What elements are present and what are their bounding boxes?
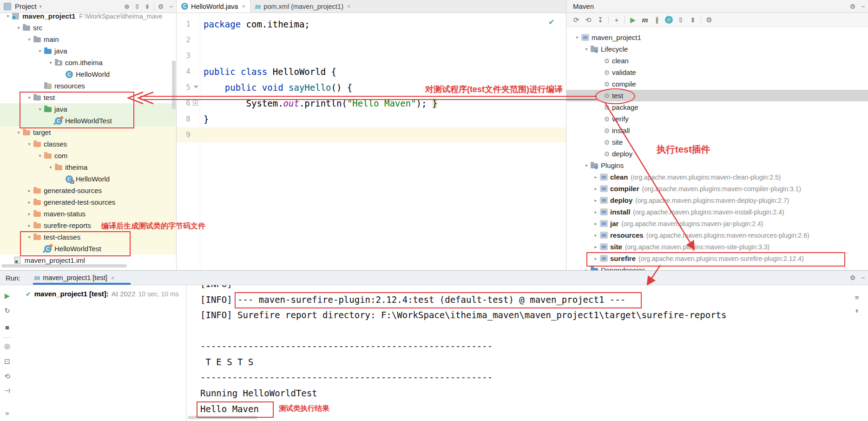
generate-sources-icon[interactable]: ⟲ <box>582 16 594 24</box>
chevron-right-icon[interactable]: ▸ <box>592 209 600 214</box>
maven-goal-package[interactable]: ⚙ package <box>566 101 868 113</box>
tree-item-package-com-itheima[interactable]: ▾ com.itheima <box>0 57 177 68</box>
run-console[interactable]: [INFO] [INFO] --- maven-surefire-plugin:… <box>186 285 868 421</box>
run-result-row[interactable]: ✔ maven_project1 [test]: At 2022 10 sec,… <box>14 288 186 300</box>
chevron-right-icon[interactable]: ▸ <box>592 221 600 226</box>
tree-item-main[interactable]: ▾ main <box>0 33 177 45</box>
chevron-right-icon[interactable]: ▸ <box>592 174 600 180</box>
chevron-right-icon[interactable]: ▸ <box>25 200 33 205</box>
rerun-button[interactable]: ▶ <box>0 292 14 300</box>
more-options-icon[interactable]: » <box>0 409 14 417</box>
chevron-down-icon[interactable]: ▾ <box>25 37 33 42</box>
chevron-right-icon[interactable]: ▸ <box>592 233 600 238</box>
chevron-down-icon[interactable]: ▾ <box>36 48 44 53</box>
tree-item-test-classes[interactable]: ▾ test-classes <box>0 231 177 243</box>
tree-item-generated-sources[interactable]: ▸ generated-sources <box>0 185 177 196</box>
tree-item-classes[interactable]: ▾ classes <box>0 138 177 150</box>
gear-icon[interactable]: ⚙ <box>848 274 858 281</box>
chevron-right-icon[interactable]: ▸ <box>592 244 600 249</box>
expand-all-icon[interactable]: ⇳ <box>675 16 687 24</box>
tree-item-helloworldtest-class[interactable]: C HelloWorldTest <box>0 115 177 127</box>
project-toolwindow-title[interactable]: Project <box>15 2 37 10</box>
console-horizontal-scrollbar[interactable] <box>188 416 257 419</box>
expand-all-icon[interactable]: ⇳ <box>132 3 142 10</box>
gear-icon[interactable]: ⚙ <box>848 3 858 10</box>
chevron-right-icon[interactable]: ▸ <box>592 198 600 203</box>
chevron-down-icon[interactable]: ▾ <box>25 234 33 240</box>
skip-tests-icon[interactable]: ∦ <box>651 16 663 24</box>
chevron-down-icon[interactable]: ▾ <box>39 4 42 9</box>
chevron-down-icon[interactable]: ▾ <box>36 107 44 112</box>
maven-goal-verify[interactable]: ⚙ verify <box>566 113 868 125</box>
maven-goal-install[interactable]: ⚙ install <box>566 125 868 136</box>
maven-plugins-node[interactable]: ▾ ⚙ Plugins <box>566 160 868 171</box>
chevron-down-icon[interactable]: ▾ <box>582 47 591 52</box>
tree-item-itheima[interactable]: ▾ itheima <box>0 161 177 173</box>
maven-plugin-surefire[interactable]: ▸ m surefire (org.apache.maven.plugins:m… <box>566 253 868 264</box>
tab-pom-xml[interactable]: m pom.xml (maven_project1) × <box>250 0 355 13</box>
console-menu-icon[interactable]: ≡ <box>851 291 862 301</box>
folded-code[interactable]: } <box>432 98 437 108</box>
console-scroll-end-icon[interactable]: ⇟ <box>851 304 862 314</box>
tree-item-src[interactable]: ▾ src <box>0 22 177 33</box>
gear-icon[interactable]: ⚙ <box>156 3 166 10</box>
close-icon[interactable]: × <box>242 3 245 10</box>
run-maven-goal-icon[interactable]: ▶ <box>627 16 639 24</box>
hide-panel-icon[interactable]: − <box>858 3 868 10</box>
clear-output-icon[interactable]: ⟲ <box>0 372 14 381</box>
stop-button[interactable]: ■ <box>0 323 14 331</box>
tree-item-test[interactable]: ▾ test <box>0 92 177 103</box>
close-icon[interactable]: × <box>111 274 115 281</box>
maven-plugin-clean[interactable]: ▸ m clean (org.apache.maven.plugins:mave… <box>566 171 868 183</box>
chevron-down-icon[interactable]: ▾ <box>14 130 23 135</box>
add-maven-project-icon[interactable]: + <box>611 16 623 24</box>
download-sources-icon[interactable]: ↧ <box>594 16 606 24</box>
maven-goal-test[interactable]: ⚙ test <box>566 90 868 101</box>
chevron-down-icon[interactable]: ▾ <box>4 13 12 19</box>
chevron-down-icon[interactable]: ▾ <box>46 60 55 65</box>
offline-mode-icon[interactable]: ⚡ <box>665 16 673 24</box>
fold-open-icon[interactable] <box>194 86 198 88</box>
maven-plugin-site[interactable]: ▸ m site (org.apache.maven.plugins:maven… <box>566 241 868 253</box>
tab-helloworld-java[interactable]: C HelloWorld.java × <box>177 0 250 13</box>
hide-panel-icon[interactable]: − <box>166 3 176 10</box>
reimport-maven-icon[interactable]: ⟳ <box>570 16 582 24</box>
screenshot-icon[interactable]: ⊡ <box>0 357 14 366</box>
tree-item-helloworld-class[interactable]: C HelloWorld <box>0 68 177 80</box>
collapse-all-icon[interactable]: ⇟ <box>142 3 152 10</box>
project-horizontal-scrollbar[interactable] <box>1 264 127 267</box>
maven-plugin-jar[interactable]: ▸ m jar (org.apache.maven.plugins:maven-… <box>566 218 868 229</box>
chevron-right-icon[interactable]: ▸ <box>592 186 600 191</box>
maven-goal-deploy[interactable]: ⚙ deploy <box>566 148 868 160</box>
maven-goal-site[interactable]: ⚙ site <box>566 136 868 148</box>
chevron-right-icon[interactable]: ▸ <box>25 188 33 193</box>
import-results-icon[interactable]: ⊣ <box>0 387 14 395</box>
chevron-down-icon[interactable]: ▾ <box>25 141 33 147</box>
chevron-down-icon[interactable]: ▾ <box>36 153 44 158</box>
tree-item-surefire-reports[interactable]: ▸ surefire-reports <box>0 220 177 231</box>
tree-item-test-java[interactable]: ▾ java <box>0 103 177 115</box>
tree-item-resources[interactable]: resources <box>0 80 177 92</box>
tree-item-helloworldtest-compiled[interactable]: C HelloWorldTest <box>0 243 177 254</box>
execute-maven-goal-icon[interactable]: m <box>639 15 651 25</box>
maven-plugin-deploy[interactable]: ▸ m deploy (org.apache.maven.plugins:mav… <box>566 194 868 206</box>
collapse-all-icon[interactable]: ⇟ <box>687 16 699 24</box>
maven-lifecycle-node[interactable]: ▾ ⚙ Lifecycle <box>566 43 868 55</box>
hide-panel-icon[interactable]: − <box>858 274 868 281</box>
chevron-down-icon[interactable]: ▾ <box>582 163 591 168</box>
tree-item-maven-project1[interactable]: ▾ maven_project1 F:\WorkSpace\itheima_ma… <box>0 13 177 22</box>
chevron-down-icon[interactable]: ▾ <box>25 95 33 100</box>
maven-goal-validate[interactable]: ⚙ validate <box>566 67 868 78</box>
project-vertical-scrollbar[interactable] <box>172 60 176 109</box>
maven-goal-clean[interactable]: ⚙ clean <box>566 55 868 67</box>
rerun-failed-icon[interactable]: ↻ <box>0 307 14 315</box>
code-editor[interactable]: 1 package com.itheima; 2 3 4 public clas… <box>177 13 566 270</box>
maven-plugin-resources[interactable]: ▸ m resources (org.apache.maven.plugins:… <box>566 229 868 241</box>
show-passed-icon[interactable]: ◎ <box>0 342 14 350</box>
chevron-down-icon[interactable]: ▾ <box>14 25 23 30</box>
chevron-down-icon[interactable]: ▾ <box>573 35 581 40</box>
tree-item-main-java[interactable]: ▾ java <box>0 45 177 57</box>
chevron-right-icon[interactable]: ▸ <box>25 223 33 228</box>
tree-item-target[interactable]: ▾ target <box>0 127 177 138</box>
maven-dependencies-node[interactable]: ▸ Dependencies <box>566 264 868 270</box>
